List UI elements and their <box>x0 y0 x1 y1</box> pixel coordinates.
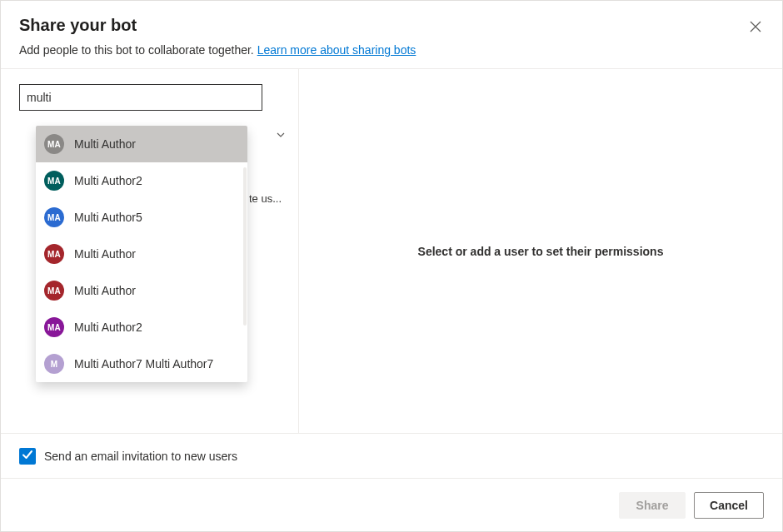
suggestion-label: Multi Author <box>74 284 136 297</box>
suggestion-item[interactable]: MAMulti Author <box>36 236 247 272</box>
close-icon <box>750 21 761 35</box>
obscured-row-fragment: te us... <box>249 192 282 205</box>
suggestion-item[interactable]: MAMulti Author <box>36 272 247 309</box>
suggestion-item[interactable]: MAMulti Author2 <box>36 162 247 199</box>
people-search-input[interactable] <box>19 84 262 111</box>
avatar: M <box>44 354 64 374</box>
share-bot-dialog: Share your bot Add people to this bot to… <box>0 0 783 532</box>
suggestion-item[interactable]: MAMulti Author2 <box>36 309 247 346</box>
cancel-button[interactable]: Cancel <box>694 492 764 519</box>
empty-state-message: Select or add a user to set their permis… <box>418 245 664 258</box>
avatar: MA <box>44 171 64 191</box>
dialog-title: Share your bot <box>19 16 764 35</box>
avatar: MA <box>44 134 64 154</box>
dialog-subtitle: Add people to this bot to collaborate to… <box>19 43 764 57</box>
share-button[interactable]: Share <box>619 492 686 519</box>
suggestion-label: Multi Author <box>74 247 136 261</box>
suggestion-label: Multi Author7 Multi Author7 <box>74 357 213 370</box>
suggestion-label: Multi Author2 <box>74 321 142 334</box>
suggestion-label: Multi Author5 <box>74 211 142 224</box>
people-picker: te us... <box>19 84 280 111</box>
suggestion-item[interactable]: MMulti Author7 Multi Author7 <box>36 346 247 382</box>
checkmark-icon <box>22 449 33 463</box>
suggestion-item[interactable]: MAMulti Author <box>36 126 247 162</box>
dialog-footer: Share Cancel <box>1 478 782 531</box>
suggestion-item[interactable]: MAMulti Author5 <box>36 199 247 236</box>
suggestion-label: Multi Author2 <box>74 174 142 187</box>
email-invite-row: Send an email invitation to new users <box>1 433 782 478</box>
suggestion-label: Multi Author <box>74 137 136 151</box>
avatar: MA <box>44 281 64 301</box>
avatar: MA <box>44 207 64 227</box>
right-pane: Select or add a user to set their permis… <box>299 69 782 433</box>
chevron-down-icon <box>276 129 286 142</box>
dialog-header: Share your bot Add people to this bot to… <box>1 1 782 68</box>
email-invite-checkbox[interactable] <box>19 448 36 465</box>
avatar: MA <box>44 317 64 337</box>
learn-more-link[interactable]: Learn more about sharing bots <box>257 43 416 57</box>
avatar: MA <box>44 244 64 264</box>
suggestions-scrollbar[interactable] <box>243 167 247 326</box>
email-invite-label: Send an email invitation to new users <box>44 450 237 463</box>
people-suggestions-dropdown: MAMulti AuthorMAMulti Author2MAMulti Aut… <box>36 126 247 382</box>
subtitle-text: Add people to this bot to collaborate to… <box>19 43 257 57</box>
close-button[interactable] <box>747 19 764 36</box>
